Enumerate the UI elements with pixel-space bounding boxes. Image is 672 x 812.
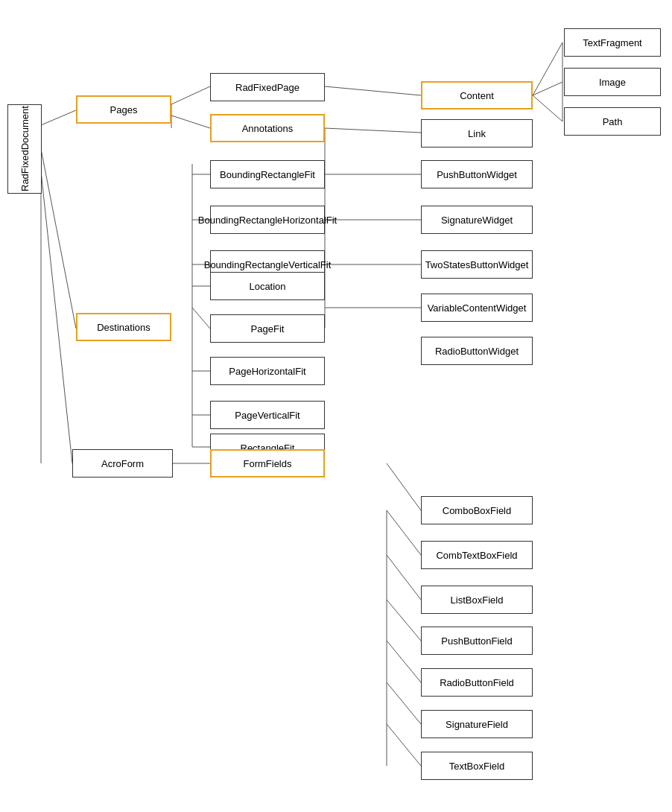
svg-line-1 xyxy=(41,149,76,329)
path-node: Path xyxy=(564,107,661,136)
two-states-button-widget-node: TwoStatesButtonWidget xyxy=(421,250,533,279)
annotations-node: Annotations xyxy=(210,114,325,142)
page-horizontal-fit-node: PageHorizontalFit xyxy=(210,357,325,385)
push-button-widget-node: PushButtonWidget xyxy=(421,160,533,188)
text-fragment-node: TextFragment xyxy=(564,28,661,57)
rad-fixed-document-node: RadFixedDocument xyxy=(7,104,42,194)
svg-line-2 xyxy=(41,171,72,463)
svg-line-9 xyxy=(533,42,562,95)
svg-line-30 xyxy=(387,555,421,600)
list-box-field-node: ListBoxField xyxy=(421,586,533,614)
svg-line-7 xyxy=(325,86,421,95)
svg-line-29 xyxy=(387,510,421,555)
page-vertical-fit-node: PageVerticalFit xyxy=(210,401,325,429)
bounding-rectangle-horizontal-fit-node: BoundingRectangleHorizontalFit xyxy=(210,206,325,234)
svg-line-11 xyxy=(533,95,562,121)
svg-line-31 xyxy=(387,600,421,641)
svg-line-8 xyxy=(325,128,421,133)
form-fields-node: FormFields xyxy=(210,449,325,478)
svg-line-34 xyxy=(387,724,421,766)
push-button-field-node: PushButtonField xyxy=(421,627,533,655)
signature-widget-node: SignatureWidget xyxy=(421,206,533,234)
signature-field-node: SignatureField xyxy=(421,710,533,738)
acro-form-node: AcroForm xyxy=(72,449,173,478)
svg-line-0 xyxy=(41,110,76,125)
bounding-rectangle-fit-node: BoundingRectangleFit xyxy=(210,160,325,188)
svg-line-5 xyxy=(171,115,210,128)
svg-line-28 xyxy=(387,463,421,510)
comb-text-box-field-node: CombTextBoxField xyxy=(421,541,533,569)
text-box-field-node: TextBoxField xyxy=(421,752,533,780)
diagram: RadFixedDocument Pages Destinations Acro… xyxy=(0,0,672,812)
destinations-node: Destinations xyxy=(76,313,171,341)
svg-line-33 xyxy=(387,682,421,724)
rad-fixed-page-node: RadFixedPage xyxy=(210,73,325,101)
radio-button-widget-node: RadioButtonWidget xyxy=(421,337,533,365)
svg-line-10 xyxy=(533,82,562,95)
location-node: Location xyxy=(210,272,325,300)
svg-line-32 xyxy=(387,641,421,682)
variable-content-widget-node: VariableContentWidget xyxy=(421,294,533,322)
content-node: Content xyxy=(421,81,533,110)
svg-line-4 xyxy=(171,86,210,104)
image-node: Image xyxy=(564,68,661,96)
radio-button-field-node: RadioButtonField xyxy=(421,668,533,697)
pages-node: Pages xyxy=(76,95,171,124)
page-fit-node: PageFit xyxy=(210,314,325,343)
svg-line-23 xyxy=(192,308,210,329)
link-node: Link xyxy=(421,119,533,148)
combo-box-field-node: ComboBoxField xyxy=(421,496,533,524)
